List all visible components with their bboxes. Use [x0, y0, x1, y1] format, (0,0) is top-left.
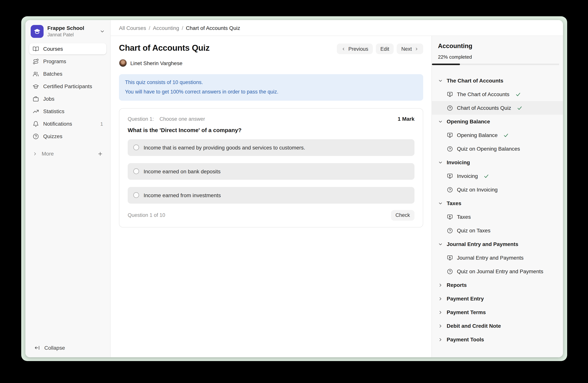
answer-option-label: Income earned on bank deposits [144, 168, 221, 174]
course-outline: The Chart of AccountsThe Chart of Accoun… [432, 74, 563, 346]
breadcrumb-item: Chart of Accounts Quiz [186, 25, 240, 31]
outline-lesson-item[interactable]: Journal Entry and Payments [432, 251, 563, 265]
answer-option[interactable]: Income earned from investments [128, 187, 415, 204]
lesson-icon [447, 214, 453, 220]
left-nav: CoursesProgramsBatchesCertified Particip… [25, 42, 110, 142]
chevron-down-icon[interactable] [100, 29, 105, 34]
chapter-row[interactable]: Payment Tools [432, 333, 563, 346]
author-name: Linet Sherin Varghese [130, 60, 182, 66]
sidebar-item-quizzes[interactable]: Quizzes [29, 131, 106, 142]
chapter-row[interactable]: Invoicing [432, 155, 563, 169]
chapter-row[interactable]: Taxes [432, 196, 563, 210]
answer-option[interactable]: Income earned on bank deposits [128, 163, 415, 180]
chevron-down-icon [438, 201, 443, 206]
chapter-row[interactable]: Debit and Credit Note [432, 319, 563, 333]
plus-icon[interactable] [97, 151, 103, 156]
window-frame: Frappe School Jannat Patel CoursesProgra… [21, 16, 567, 361]
outline-lesson-item[interactable]: The Chart of Accounts [432, 87, 563, 101]
question-marks: 1 Mark [398, 116, 415, 122]
chapter-row[interactable]: Reports [432, 278, 563, 292]
chapter-row[interactable]: The Chart of Accounts [432, 74, 563, 87]
outline-quiz-item[interactable]: Quiz on Invoicing [432, 183, 563, 196]
outline-lesson-item[interactable]: Invoicing [432, 169, 563, 183]
radio-button[interactable] [133, 145, 139, 151]
outline-lesson-item[interactable]: Taxes [432, 210, 563, 224]
chapter-title: Payment Terms [447, 309, 486, 315]
radio-button[interactable] [133, 192, 139, 198]
course-outline-panel: Accounting 22% completed The Chart of Ac… [432, 36, 563, 357]
chapter-title: Reports [447, 282, 467, 288]
chevron-down-icon [438, 119, 443, 124]
question-instruction: Choose one answer [160, 116, 205, 122]
question-text: What is the 'Direct Income' of a company… [128, 127, 415, 133]
outline-item-label: Quiz on Opening Balances [457, 146, 520, 152]
sidebar-item-programs[interactable]: Programs [29, 56, 106, 67]
breadcrumb-separator: / [182, 25, 183, 31]
chapter-title: Payment Entry [447, 296, 484, 302]
lesson-icon [447, 254, 453, 261]
quiz-icon [447, 268, 453, 275]
outline-item-label: Quiz on Journal Entry and Payments [457, 268, 543, 274]
chapter-row[interactable]: Payment Terms [432, 306, 563, 319]
chevron-left-icon [341, 47, 346, 51]
outline-item-label: Invoicing [457, 173, 478, 179]
sidebar-item-more[interactable]: More [29, 148, 106, 159]
chapter-title: The Chart of Accounts [447, 77, 503, 84]
course-progress-bar [432, 64, 559, 65]
chevron-right-icon [438, 283, 443, 287]
author-row: Linet Sherin Varghese [119, 59, 423, 67]
chevron-right-icon [415, 47, 419, 51]
quiz-notice-banner: This quiz consists of 10 questions. You … [119, 74, 423, 101]
chapter-row[interactable]: Opening Balance [432, 115, 563, 128]
route-icon [33, 58, 39, 64]
answer-option[interactable]: Income that is earned by providing goods… [128, 139, 415, 156]
edit-button[interactable]: Edit [376, 43, 394, 54]
chevron-down-icon [438, 78, 443, 83]
outline-quiz-item[interactable]: Quiz on Opening Balances [432, 142, 563, 155]
chapter-title: Payment Tools [447, 336, 484, 343]
breadcrumb-item[interactable]: All Courses [119, 25, 146, 31]
sidebar-item-label: Jobs [43, 96, 54, 102]
chapter-title: Taxes [447, 200, 461, 206]
graduation-cap-icon [33, 83, 39, 90]
outline-quiz-item[interactable]: Chart of Accounts Quiz [432, 101, 563, 115]
sidebar-item-courses[interactable]: Courses [29, 43, 106, 55]
outline-lesson-item[interactable]: Opening Balance [432, 128, 563, 142]
outline-item-label: Opening Balance [457, 132, 498, 138]
completed-check-icon [484, 173, 489, 179]
chapter-title: Journal Entry and Payments [447, 241, 518, 247]
page-title: Chart of Accounts Quiz [119, 43, 210, 53]
help-circle-icon [33, 133, 39, 139]
question-number-label: Question 1: [128, 116, 154, 122]
collapse-sidebar-button[interactable]: Collapse [25, 339, 110, 357]
app-name: Frappe School [47, 25, 84, 31]
content-area: All Courses/Accounting/Chart of Accounts… [111, 20, 563, 357]
chapter-title: Opening Balance [447, 118, 490, 125]
sidebar-item-label: Batches [43, 71, 62, 77]
check-button[interactable]: Check [391, 210, 415, 221]
sidebar-item-label: Quizzes [43, 133, 62, 139]
frappe-school-logo-icon [31, 25, 43, 38]
notice-line: You will have to get 100% correct answer… [125, 87, 417, 97]
chapter-row[interactable]: Payment Entry [432, 292, 563, 306]
previous-button[interactable]: Previous [337, 43, 373, 54]
breadcrumb-item[interactable]: Accounting [153, 25, 179, 31]
sidebar-item-notifications[interactable]: Notifications1 [29, 118, 106, 129]
sidebar-item-certified-participants[interactable]: Certified Participants [29, 81, 106, 92]
workspace-switcher[interactable]: Frappe School Jannat Patel [25, 20, 110, 42]
answer-option-label: Income earned from investments [144, 192, 221, 198]
breadcrumb-separator: / [149, 25, 150, 31]
radio-button[interactable] [133, 169, 139, 174]
quiz-icon [447, 146, 453, 152]
chapter-row[interactable]: Journal Entry and Payments [432, 237, 563, 251]
outline-quiz-item[interactable]: Quiz on Taxes [432, 224, 563, 237]
chevron-right-icon [438, 337, 443, 342]
sidebar-item-batches[interactable]: Batches [29, 68, 106, 79]
outline-quiz-item[interactable]: Quiz on Journal Entry and Payments [432, 265, 563, 278]
outline-item-label: Chart of Accounts Quiz [457, 105, 511, 111]
chevron-right-icon [438, 296, 443, 301]
more-label: More [42, 151, 54, 157]
next-button[interactable]: Next [397, 43, 423, 54]
sidebar-item-statistics[interactable]: Statistics [29, 106, 106, 117]
sidebar-item-jobs[interactable]: Jobs [29, 93, 106, 104]
